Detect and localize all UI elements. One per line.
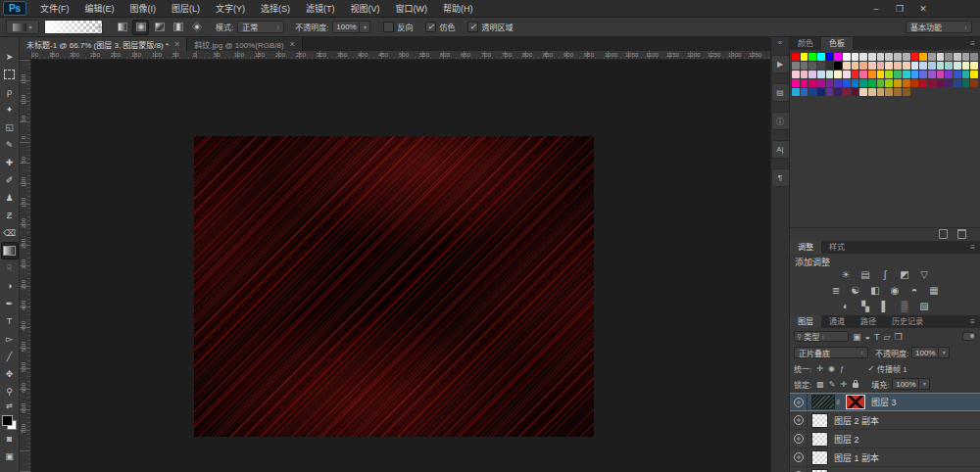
- type-tool[interactable]: T: [1, 312, 19, 330]
- visibility-toggle[interactable]: [790, 448, 808, 466]
- visibility-toggle[interactable]: [790, 394, 808, 410]
- color-swatch[interactable]: [894, 79, 902, 87]
- crop-tool[interactable]: ◱: [1, 118, 19, 136]
- color-swatch[interactable]: [868, 79, 876, 87]
- layer-mask-thumbnail[interactable]: [846, 395, 865, 409]
- color-swatch[interactable]: [937, 62, 945, 70]
- info-panel-icon[interactable]: ⓘ: [771, 112, 790, 130]
- posterize-icon[interactable]: ▚: [859, 301, 872, 312]
- black-white-icon[interactable]: ◧: [869, 285, 882, 297]
- tool-preset-picker[interactable]: ▾: [6, 20, 39, 34]
- color-swatch[interactable]: [919, 71, 927, 78]
- unify-style-icon[interactable]: ƒ: [840, 364, 844, 373]
- propagate-frame-checkbox[interactable]: ✓: [867, 364, 874, 373]
- tab-close-icon[interactable]: ×: [174, 39, 179, 49]
- filter-toggle-switch[interactable]: [962, 332, 976, 341]
- transparency-checkbox[interactable]: ✓透明区域: [467, 22, 513, 32]
- color-swatch[interactable]: [826, 53, 834, 61]
- color-swatch[interactable]: [808, 79, 816, 87]
- foreground-color-well[interactable]: [2, 415, 13, 426]
- color-swatch[interactable]: [954, 79, 961, 87]
- linear-gradient-button[interactable]: [114, 20, 130, 35]
- document-tab[interactable]: 斜纹.jpg @ 100%(RGB/8)×: [187, 37, 303, 51]
- fill-dropdown-arrow[interactable]: ▾: [919, 378, 930, 390]
- menu-item[interactable]: 窗口(W): [388, 0, 436, 18]
- color-swatch[interactable]: [885, 79, 893, 87]
- layer-opacity-dropdown-arrow[interactable]: ▾: [939, 347, 950, 358]
- color-swatch[interactable]: [885, 71, 893, 78]
- radial-gradient-button[interactable]: [132, 20, 149, 35]
- color-swatch[interactable]: [834, 79, 842, 87]
- color-swatch[interactable]: [868, 88, 876, 96]
- diamond-gradient-button[interactable]: [188, 20, 205, 35]
- color-swatch[interactable]: [962, 71, 970, 78]
- color-swatch[interactable]: [843, 71, 851, 78]
- color-swatch[interactable]: [919, 88, 927, 96]
- color-swatch[interactable]: [962, 53, 970, 61]
- color-swatch[interactable]: [903, 88, 910, 96]
- color-swatch[interactable]: [970, 88, 978, 96]
- color-swatch[interactable]: [834, 62, 842, 70]
- lasso-tool[interactable]: ρ: [1, 83, 19, 101]
- filter-shape-layers-icon[interactable]: ▱: [883, 332, 890, 342]
- angle-gradient-button[interactable]: [151, 20, 168, 35]
- spot-healing-brush-tool[interactable]: ✚: [1, 154, 19, 171]
- color-swatch[interactable]: [808, 62, 816, 70]
- layer-row[interactable]: 图层 2 副本: [790, 411, 980, 430]
- color-swatch[interactable]: [928, 53, 936, 61]
- color-swatch[interactable]: [937, 79, 945, 87]
- color-swatch[interactable]: [808, 88, 816, 96]
- color-swatch[interactable]: [817, 62, 825, 70]
- color-swatch[interactable]: [937, 88, 945, 96]
- layer-thumbnail[interactable]: [811, 450, 828, 465]
- color-swatch[interactable]: [877, 62, 885, 70]
- menu-item[interactable]: 文字(Y): [208, 0, 253, 18]
- delete-swatch-icon[interactable]: [957, 229, 966, 239]
- color-swatch[interactable]: [826, 62, 834, 70]
- menu-item[interactable]: 文件(F): [32, 0, 77, 18]
- unify-visibility-icon[interactable]: ◉: [828, 364, 835, 373]
- swap-colors-button[interactable]: ⇄: [1, 401, 19, 412]
- color-swatch[interactable]: [792, 79, 800, 87]
- exposure-icon[interactable]: ◩: [899, 269, 911, 281]
- color-swatch[interactable]: [894, 53, 902, 61]
- path-selection-tool[interactable]: ▻: [1, 330, 19, 348]
- color-swatch[interactable]: [859, 53, 867, 61]
- layer-thumbnail[interactable]: [811, 413, 828, 428]
- color-balance-icon[interactable]: ☯: [850, 285, 862, 297]
- color-swatch[interactable]: [852, 88, 859, 96]
- layers-tab[interactable]: 历史记录: [884, 315, 931, 328]
- pen-tool[interactable]: ✒: [1, 295, 19, 312]
- menu-item[interactable]: 视图(V): [343, 0, 388, 18]
- color-swatch[interactable]: [928, 62, 936, 70]
- channel-mixer-icon[interactable]: ◓: [908, 285, 921, 297]
- color-swatch[interactable]: [792, 88, 800, 96]
- color-swatch[interactable]: [801, 71, 808, 78]
- color-swatch[interactable]: [877, 88, 885, 96]
- color-swatch[interactable]: [859, 79, 867, 87]
- color-swatch[interactable]: [962, 88, 970, 96]
- opacity-input[interactable]: 100%: [332, 21, 360, 33]
- tab-close-icon[interactable]: ×: [290, 39, 295, 49]
- eraser-tool[interactable]: ⌫: [1, 224, 19, 242]
- color-swatch[interactable]: [868, 71, 876, 78]
- layer-filter-select[interactable]: ⚲ 类型 ↕: [794, 331, 849, 342]
- color-swatch[interactable]: [859, 71, 867, 78]
- color-swatch[interactable]: [894, 71, 902, 78]
- smudge-tool[interactable]: ☟: [1, 260, 19, 277]
- zoom-tool[interactable]: ⚲: [1, 383, 19, 401]
- visibility-toggle[interactable]: [790, 430, 808, 448]
- dither-checkbox[interactable]: ✓仿色: [425, 22, 455, 32]
- color-swatch[interactable]: [954, 53, 961, 61]
- dodge-tool[interactable]: ◑: [1, 277, 19, 295]
- color-swatch[interactable]: [843, 53, 851, 61]
- hue-saturation-icon[interactable]: ≣: [830, 285, 843, 297]
- color-swatch[interactable]: [852, 71, 859, 78]
- color-swatch[interactable]: [928, 79, 936, 87]
- layer-row[interactable]: 图层 2: [790, 430, 980, 448]
- color-swatch[interactable]: [919, 62, 927, 70]
- vibrance-icon[interactable]: ▽: [918, 269, 931, 281]
- color-swatch[interactable]: [852, 79, 859, 87]
- fill-input[interactable]: 100%: [892, 378, 919, 390]
- hand-tool[interactable]: ✥: [1, 365, 19, 383]
